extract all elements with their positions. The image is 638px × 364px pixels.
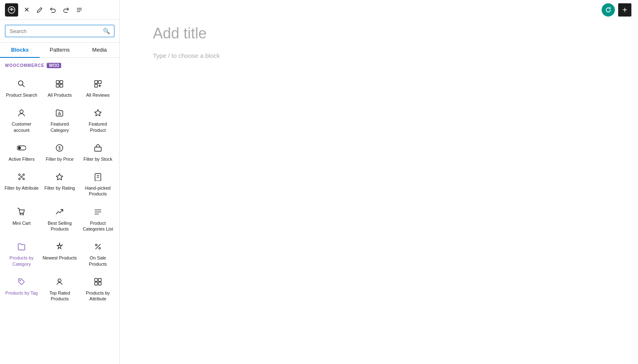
svg-rect-44 <box>98 282 101 285</box>
refresh-button[interactable] <box>602 3 615 17</box>
hand-picked-products-label: Hand-picked Products <box>81 185 115 197</box>
products-by-category-icon <box>16 241 27 252</box>
svg-rect-8 <box>60 81 63 83</box>
block-item-products-by-category[interactable]: Products by Category <box>2 236 40 271</box>
newest-products-icon <box>54 241 65 252</box>
block-grid: Product Search All Products All Reviews <box>0 70 119 309</box>
woocommerce-badge: WOO <box>47 63 61 68</box>
all-reviews-label: All Reviews <box>86 92 110 98</box>
svg-point-40 <box>20 280 21 281</box>
block-item-product-search[interactable]: Product Search <box>2 73 40 102</box>
products-by-tag-label: Products by Tag <box>5 290 38 296</box>
svg-rect-21 <box>95 147 101 151</box>
on-sale-products-label: On Sale Products <box>81 255 115 267</box>
filter-by-rating-label: Filter by Rating <box>45 185 75 191</box>
redo-icon[interactable] <box>61 5 71 15</box>
svg-point-38 <box>95 244 97 246</box>
page-title-placeholder[interactable]: Add title <box>153 25 605 42</box>
block-item-mini-cart[interactable]: Mini Cart <box>2 201 40 236</box>
undo-icon[interactable] <box>48 5 58 15</box>
sidebar-scroll-content: WOOCOMMERCE WOO Product Search All Produ… <box>0 58 119 364</box>
search-input[interactable] <box>10 28 100 34</box>
wp-logo[interactable] <box>5 3 18 17</box>
block-item-filter-by-price[interactable]: $ Filter by Price <box>40 137 79 166</box>
products-by-tag-icon <box>16 276 27 288</box>
featured-category-label: Featured Category <box>42 121 77 133</box>
block-item-filter-by-attribute[interactable]: Filter by Attribute <box>2 166 40 201</box>
newest-products-label: Newest Products <box>43 255 77 261</box>
svg-text:$: $ <box>59 146 61 150</box>
hand-picked-products-icon <box>92 171 104 183</box>
all-products-label: All Products <box>48 92 72 98</box>
products-by-category-label: Products by Category <box>4 255 39 267</box>
best-selling-products-label: Best Selling Products <box>42 220 77 232</box>
active-filters-icon <box>16 142 27 154</box>
svg-line-6 <box>23 85 25 87</box>
top-rated-products-icon <box>54 276 65 288</box>
product-categories-list-label: Product Categories List <box>81 220 115 232</box>
products-by-attribute-label: Products by Attribute <box>81 290 115 302</box>
svg-rect-12 <box>98 81 101 83</box>
add-block-button[interactable]: + <box>618 3 631 17</box>
svg-point-26 <box>21 176 22 178</box>
edit-icon[interactable] <box>35 5 45 15</box>
main-content: Add title Type / to choose a block + <box>120 0 638 364</box>
tabs-bar: Blocks Patterns Media <box>0 43 119 58</box>
tab-blocks[interactable]: Blocks <box>0 43 40 58</box>
products-by-attribute-icon <box>92 276 104 288</box>
svg-point-23 <box>23 174 24 176</box>
block-item-filter-by-rating[interactable]: Filter by Rating <box>40 166 79 201</box>
filter-by-price-label: Filter by Price <box>46 156 74 162</box>
top-toolbar: ✕ <box>0 0 119 20</box>
featured-product-icon <box>92 107 104 119</box>
search-box: 🔍 <box>5 25 114 37</box>
close-icon[interactable]: ✕ <box>21 5 31 15</box>
block-item-featured-product[interactable]: Featured Product <box>79 102 117 137</box>
block-item-best-selling-products[interactable]: Best Selling Products <box>40 201 79 236</box>
mini-cart-icon <box>16 206 27 218</box>
block-item-products-by-tag[interactable]: Products by Tag <box>2 271 40 306</box>
filter-by-rating-icon <box>54 171 65 183</box>
block-item-active-filters[interactable]: Active Filters <box>2 137 40 166</box>
block-item-featured-category[interactable]: Featured Category <box>40 102 79 137</box>
tab-patterns[interactable]: Patterns <box>40 43 79 57</box>
filter-by-attribute-label: Filter by Attribute <box>5 185 39 191</box>
block-item-all-reviews[interactable]: All Reviews <box>79 73 117 102</box>
menu-icon[interactable] <box>74 5 84 15</box>
svg-rect-42 <box>98 278 101 281</box>
tab-media[interactable]: Media <box>80 43 119 57</box>
block-item-on-sale-products[interactable]: On Sale Products <box>79 236 117 271</box>
block-item-hand-picked-products[interactable]: Hand-picked Products <box>79 166 117 201</box>
svg-rect-41 <box>95 278 98 281</box>
search-area: 🔍 <box>0 20 119 43</box>
featured-product-label: Featured Product <box>81 121 115 133</box>
block-item-products-by-attribute[interactable]: Products by Attribute <box>79 271 117 306</box>
featured-category-icon <box>54 107 65 119</box>
svg-point-30 <box>20 214 21 215</box>
filter-by-stock-icon <box>92 142 104 154</box>
on-sale-products-icon <box>92 241 104 252</box>
top-rated-products-label: Top Rated Products <box>42 290 77 302</box>
svg-point-16 <box>20 110 23 113</box>
svg-rect-9 <box>56 84 59 87</box>
svg-line-36 <box>62 245 63 245</box>
block-item-top-rated-products[interactable]: Top Rated Products <box>40 271 79 306</box>
block-type-placeholder[interactable]: Type / to choose a block <box>153 52 605 59</box>
block-item-customer-account[interactable]: Customer account <box>2 102 40 137</box>
customer-account-icon <box>16 107 27 119</box>
block-item-filter-by-stock[interactable]: Filter by Stock <box>79 137 117 166</box>
filter-by-price-icon: $ <box>54 142 65 154</box>
search-submit-icon[interactable]: 🔍 <box>103 28 110 34</box>
best-selling-products-icon <box>54 206 65 218</box>
block-item-newest-products[interactable]: Newest Products <box>40 236 79 271</box>
all-products-icon <box>54 78 65 90</box>
product-search-icon <box>16 78 27 90</box>
svg-point-5 <box>19 81 23 86</box>
svg-point-22 <box>19 174 20 176</box>
block-item-product-categories-list[interactable]: Product Categories List <box>79 201 117 236</box>
svg-rect-7 <box>56 81 59 83</box>
block-item-all-products[interactable]: All Products <box>40 73 79 102</box>
product-categories-list-icon <box>92 206 104 218</box>
svg-point-18 <box>18 146 21 149</box>
product-search-label: Product Search <box>6 92 37 98</box>
